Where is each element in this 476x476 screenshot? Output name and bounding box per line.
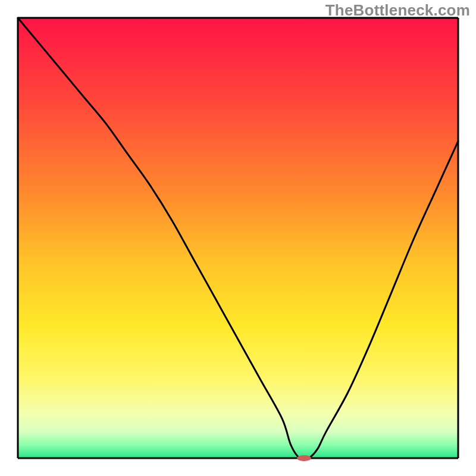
bottleneck-chart: TheBottleneck.com	[0, 0, 476, 476]
gradient-background	[18, 18, 458, 458]
sweet-spot-marker	[297, 455, 311, 461]
watermark-text: TheBottleneck.com	[325, 1, 470, 20]
plot-area	[18, 18, 458, 461]
chart-svg	[0, 0, 476, 476]
